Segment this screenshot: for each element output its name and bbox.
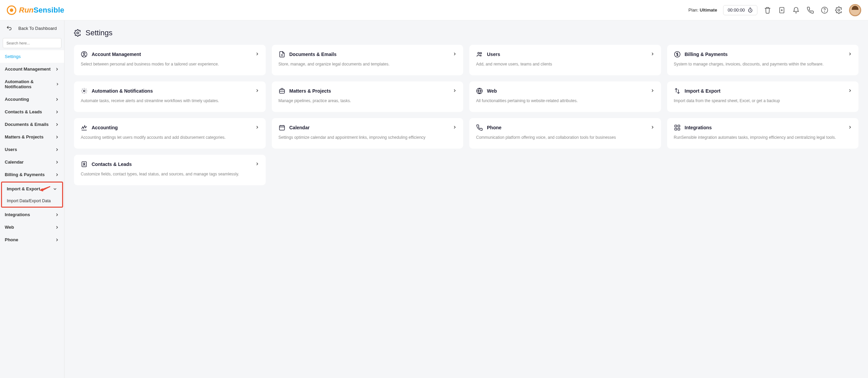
svg-point-5 — [77, 32, 79, 34]
timer-value: 00:00:00 — [728, 7, 745, 13]
sidebar-item-account-management[interactable]: Account Management — [0, 63, 64, 75]
card-head: Documents & Emails — [279, 51, 457, 58]
sidebar-item-accounting[interactable]: Accounting — [0, 93, 64, 106]
sidebar-item-label: Documents & Emails — [5, 122, 49, 127]
card-import-export[interactable]: Import & Export Import data from the spe… — [667, 81, 859, 112]
card-head: Matters & Projects — [279, 88, 457, 94]
sidebar-item-automation[interactable]: Automation & Notifications — [0, 75, 64, 93]
signature-icon — [81, 124, 88, 131]
card-desc: Import data from the speared sheet, Exce… — [674, 98, 852, 104]
card-title: Contacts & Leads — [92, 162, 132, 167]
card-head: Phone — [476, 124, 654, 131]
plan-label-text: Plan: — [688, 7, 699, 13]
sidebar-item-contacts[interactable]: Contacts & Leads — [0, 106, 64, 118]
sidebar-item-label: Contacts & Leads — [5, 109, 42, 114]
chevron-right-icon — [848, 88, 852, 93]
dollar-icon — [674, 51, 681, 58]
help-icon[interactable] — [820, 6, 829, 14]
card-title: Users — [487, 52, 500, 57]
card-desc: System to manage charges, invoices, disc… — [674, 61, 852, 67]
card-desc: RunSensible integration automates tasks,… — [674, 134, 852, 140]
card-head: Account Management — [81, 51, 259, 58]
card-automation-notifications[interactable]: Automation & Notifications Automate task… — [74, 81, 266, 112]
card-desc: Store, manage, and organize legal docume… — [279, 61, 457, 67]
svg-rect-17 — [675, 128, 677, 130]
chevron-right-icon — [255, 125, 260, 130]
sidebar-item-billing[interactable]: Billing & Payments — [0, 168, 64, 181]
card-desc: Settings optimize calendar and appointme… — [279, 134, 457, 140]
chevron-right-icon — [55, 160, 59, 165]
sidebar-item-settings[interactable]: Settings — [0, 50, 64, 63]
logo-icon — [7, 5, 16, 15]
svg-rect-15 — [675, 125, 677, 127]
logo[interactable]: RunSensible — [7, 5, 64, 15]
sidebar-item-integrations[interactable]: Integrations — [0, 208, 64, 221]
search-box — [3, 38, 61, 48]
user-circle-icon — [81, 51, 88, 58]
svg-point-9 — [480, 53, 482, 54]
card-calendar[interactable]: Calendar Settings optimize calendar and … — [272, 118, 464, 149]
card-integrations[interactable]: Integrations RunSensible integration aut… — [667, 118, 859, 149]
svg-rect-18 — [678, 128, 680, 130]
sidebar-sub-import-data[interactable]: Import Data/Export Data — [2, 195, 62, 207]
chevron-right-icon — [55, 135, 59, 139]
card-title: Automation & Notifications — [92, 88, 153, 94]
sidebar-item-documents[interactable]: Documents & Emails — [0, 118, 64, 131]
card-accounting[interactable]: Accounting Accounting settings let users… — [74, 118, 266, 149]
card-account-management[interactable]: Account Management Select between person… — [74, 45, 266, 75]
card-head: Billing & Payments — [674, 51, 852, 58]
card-head: Import & Export — [674, 88, 852, 94]
sidebar: Back To Dashboard Settings Account Manag… — [0, 20, 64, 378]
card-documents-emails[interactable]: Documents & Emails Store, manage, and or… — [272, 45, 464, 75]
chevron-right-icon — [55, 122, 59, 127]
sidebar-item-phone[interactable]: Phone — [0, 233, 64, 246]
gear-sparkle-icon — [81, 88, 88, 94]
settings-header-icon[interactable] — [835, 6, 843, 14]
chevron-down-icon — [53, 187, 57, 191]
card-head: Integrations — [674, 124, 852, 131]
svg-rect-14 — [279, 126, 284, 130]
chevron-right-icon — [255, 52, 260, 56]
card-contacts-leads[interactable]: Contacts & Leads Customize fields, conta… — [74, 155, 266, 185]
chevron-right-icon — [55, 147, 59, 152]
chevron-right-icon — [650, 52, 655, 56]
svg-point-8 — [478, 52, 479, 54]
chevron-right-icon — [452, 52, 457, 56]
card-title: Import & Export — [685, 88, 721, 94]
stopwatch-icon — [748, 7, 753, 13]
phone-header-icon[interactable] — [806, 6, 814, 14]
sidebar-item-calendar[interactable]: Calendar — [0, 156, 64, 168]
sidebar-item-matters[interactable]: Matters & Projects — [0, 131, 64, 143]
sidebar-item-import-export[interactable]: Import & Export — [2, 183, 62, 195]
contacts-icon — [81, 161, 88, 168]
card-title: Integrations — [685, 125, 712, 130]
logo-text: RunSensible — [19, 6, 64, 15]
card-billing-payments[interactable]: Billing & Payments System to manage char… — [667, 45, 859, 75]
page-head: Settings — [74, 29, 858, 37]
add-document-icon[interactable] — [778, 6, 786, 14]
card-users[interactable]: Users Add, and remove users, teams and c… — [469, 45, 661, 75]
logo-sensible-text: Sensible — [34, 6, 64, 14]
svg-rect-16 — [678, 125, 680, 127]
card-title: Documents & Emails — [289, 52, 337, 57]
notification-icon[interactable] — [792, 6, 800, 14]
chevron-right-icon — [55, 97, 59, 102]
avatar[interactable] — [849, 4, 861, 16]
sidebar-item-users[interactable]: Users — [0, 143, 64, 156]
card-matters-projects[interactable]: Matters & Projects Manage pipelines, pra… — [272, 81, 464, 112]
svg-point-7 — [83, 53, 85, 54]
search-input[interactable] — [3, 38, 61, 48]
back-to-dashboard[interactable]: Back To Dashboard — [0, 20, 64, 36]
sidebar-item-label: Automation & Notifications — [5, 79, 55, 89]
card-desc: Add, and remove users, teams and clients — [476, 61, 654, 67]
briefcase-icon — [279, 88, 285, 94]
timer[interactable]: 00:00:00 — [723, 5, 757, 15]
card-desc: Customize fields, contact types, lead st… — [81, 171, 259, 177]
card-web[interactable]: Web All functionalities pertaining to we… — [469, 81, 661, 112]
sidebar-item-web[interactable]: Web — [0, 221, 64, 233]
users-icon — [476, 51, 483, 58]
sidebar-item-label: Account Management — [5, 67, 51, 72]
card-phone[interactable]: Phone Communication platform offering vo… — [469, 118, 661, 149]
svg-point-3 — [825, 12, 825, 12]
trash-icon[interactable] — [763, 6, 772, 14]
